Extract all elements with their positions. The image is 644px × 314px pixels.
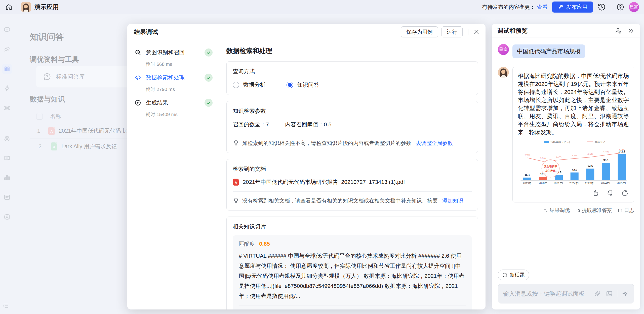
svg-text:15.1: 15.1 — [525, 173, 530, 176]
step-intent-recall[interactable]: 意图识别和召回 — [134, 48, 213, 57]
collapse-panel-icon[interactable] — [627, 27, 635, 34]
step-data-processing[interactable]: 数据检索和处理 — [134, 74, 213, 82]
save-as-case-button[interactable]: 保存为用例 — [401, 26, 438, 37]
recall-count-label: 召回的数量： — [233, 121, 266, 128]
recall-count-value: 7 — [266, 121, 269, 128]
svg-text:全球占比: 全球占比 — [595, 141, 605, 143]
radio-option-data-analysis[interactable]: 数据分析 — [233, 81, 265, 89]
preview-title: 调试和预览 — [497, 27, 528, 35]
thumbs-up-icon[interactable] — [592, 189, 600, 197]
svg-text:2024年E: 2024年E — [601, 182, 611, 185]
query-method-title: 查询方式 — [233, 68, 472, 75]
knowledge-slice-item[interactable]: 匹配度 0.85 # VIRTUAL ###### 中国与全球低/无代码平台的核… — [233, 235, 472, 309]
window-icon — [618, 208, 623, 213]
run-button[interactable]: 运行 — [441, 26, 463, 37]
sparkle-icon — [543, 208, 548, 213]
thumbs-down-icon[interactable] — [606, 189, 614, 197]
svg-text:3.5%: 3.5% — [540, 157, 546, 160]
svg-text:市场规模（亿元）: 市场规模（亿元） — [550, 141, 571, 143]
assistant-message-row: 根据海比研究院的数据，中国低/无代码市场规模在2020年达到了19亿元。预计未来… — [498, 67, 634, 202]
publish-app-button[interactable]: 发布应用 — [552, 2, 593, 13]
svg-text:A: A — [235, 181, 237, 184]
bulb-icon — [233, 140, 239, 146]
top-bar: 演示应用 有待发布的内容变更： 查看 发布应用 星富 — [0, 0, 644, 14]
debug-preview-panel: 调试和预览 星富 中国低代码产品市场规模 根据海比研究院的数据，中国低/无代码市… — [492, 24, 640, 309]
threshold-label: 内容召回阈值： — [285, 121, 324, 128]
step-generate-result[interactable]: 生成结果 — [134, 99, 213, 107]
publish-app-label: 发布应用 — [566, 4, 587, 11]
svg-text:4.1%: 4.1% — [587, 152, 593, 155]
slice-text: # VIRTUAL ###### 中国与全球低/无代码平台的核心技术成熟度对比分… — [239, 251, 466, 301]
step-label: 意图识别和召回 — [146, 49, 200, 56]
home-icon[interactable] — [5, 3, 13, 11]
chat-area: 星富 中国低代码产品市场规模 根据海比研究院的数据，中国低/无代码市场规模在20… — [492, 37, 640, 309]
attachment-icon[interactable] — [594, 290, 601, 297]
log-action[interactable]: 日志 — [618, 207, 634, 214]
retrieval-tip-text: 如检索到的知识相关性不高，请检查知识片段的内容或者调整切片的参数 — [242, 140, 411, 147]
step-duration: 耗时 2790 ms — [138, 84, 213, 96]
svg-text:复合增长率: 复合增长率 — [544, 165, 557, 168]
threshold-value: 0.5 — [324, 121, 332, 128]
save-icon — [575, 208, 580, 213]
new-topic-label: 新话题 — [510, 272, 525, 278]
svg-text:3.7%: 3.7% — [556, 155, 562, 158]
input-divider — [617, 290, 617, 297]
svg-text:3.9%: 3.9% — [572, 154, 577, 157]
debug-steps-panel: 意图识别和召回 耗时 668 ms 数据检索和处理 耗时 2790 ms 生成结… — [127, 40, 218, 309]
tune-result-action[interactable]: 结果调优 — [543, 207, 570, 214]
step-label: 数据检索和处理 — [146, 74, 200, 81]
adjust-global-params-link[interactable]: 去调整全局参数 — [416, 140, 453, 147]
svg-text:2022年E: 2022年E — [569, 182, 579, 185]
radio-option-knowledge-qa[interactable]: 知识问答 — [287, 81, 319, 89]
image-icon[interactable] — [606, 290, 613, 297]
persona-settings-icon[interactable] — [615, 27, 622, 34]
preview-header: 调试和预览 — [492, 24, 640, 37]
pdf-file-icon: A — [233, 178, 239, 186]
svg-text:95.1: 95.1 — [603, 159, 609, 162]
close-icon[interactable] — [473, 28, 480, 35]
step-detail-heading: 数据检索和处理 — [226, 46, 478, 55]
radio-label: 数据分析 — [243, 81, 265, 89]
retrieved-doc-item[interactable]: A 2021年中国低代码无代码市场研究报告_20210727_173413 (1… — [233, 178, 472, 186]
assistant-message-text: 根据海比研究院的数据，中国低/无代码市场规模在2020年达到了19亿元。预计未来… — [518, 72, 629, 136]
regenerate-icon[interactable] — [621, 189, 629, 197]
log-label: 日志 — [624, 207, 634, 214]
svg-text:63.6: 63.6 — [588, 164, 593, 167]
user-avatar[interactable]: 星富 — [629, 2, 639, 12]
svg-text:2019年: 2019年 — [523, 182, 531, 185]
radio-icon[interactable] — [287, 82, 293, 88]
header-divider — [468, 29, 468, 35]
view-changes-link[interactable]: 查看 — [537, 4, 548, 11]
svg-text:2021年E: 2021年E — [554, 182, 564, 185]
send-icon[interactable] — [621, 290, 629, 297]
svg-text:42.6: 42.6 — [572, 168, 577, 171]
help-icon[interactable] — [616, 3, 624, 11]
step-detail-panel: 数据检索和处理 查询方式 数据分析 知识问答 知识检索参数 — [218, 40, 486, 309]
radio-icon[interactable] — [233, 82, 239, 88]
query-method-card: 查询方式 数据分析 知识问答 — [226, 61, 478, 95]
user-message-bubble: 中国低代码产品市场规模 — [512, 44, 585, 58]
check-circle-icon — [205, 48, 213, 57]
message-input[interactable] — [503, 290, 590, 297]
add-knowledge-link[interactable]: 添加知识 — [442, 197, 463, 204]
tune-result-label: 结果调优 — [550, 207, 570, 214]
app-title: 演示应用 — [34, 3, 59, 11]
play-circle-icon — [134, 99, 142, 106]
extract-answer-action[interactable]: 提取标准答案 — [575, 207, 612, 214]
app-avatar[interactable] — [21, 2, 31, 12]
topbar-divider-2 — [611, 4, 611, 10]
topbar-divider — [17, 4, 17, 10]
svg-text:49.5%: 49.5% — [545, 169, 556, 173]
new-topic-button[interactable]: 新话题 — [498, 270, 529, 280]
intent-search-icon — [134, 49, 142, 56]
step-duration: 耗时 668 ms — [138, 59, 213, 71]
step-duration: 耗时 15409 ms — [138, 109, 213, 121]
retrieved-docs-title: 检索到的文档 — [233, 165, 472, 173]
svg-text:4.0%: 4.0% — [524, 153, 530, 156]
history-icon[interactable] — [597, 3, 606, 11]
message-input-box — [498, 284, 634, 303]
bulb-icon — [233, 197, 239, 204]
user-message-row: 星富 中国低代码产品市场规模 — [498, 44, 634, 58]
user-avatar: 星富 — [498, 44, 509, 55]
svg-text:2025年E: 2025年E — [617, 182, 627, 185]
